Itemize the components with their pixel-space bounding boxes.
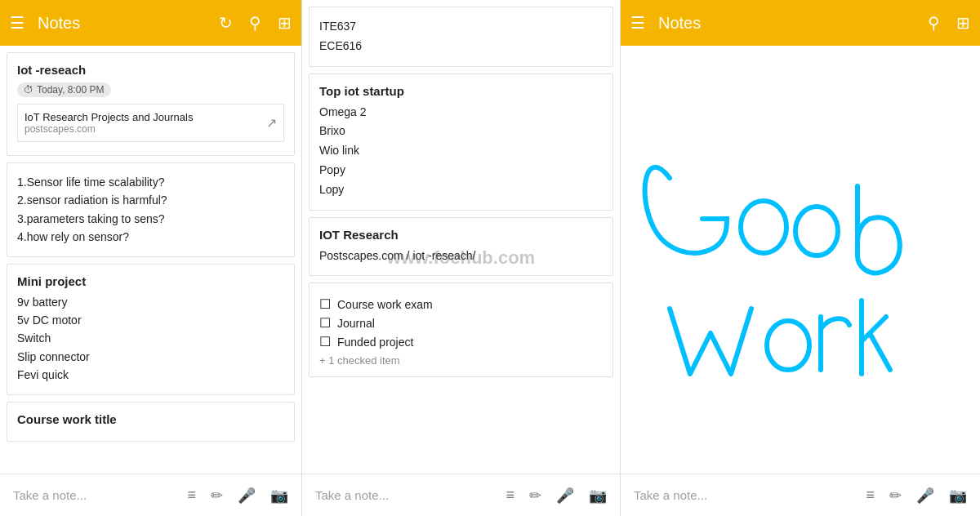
drawing-area (621, 46, 980, 474)
checkbox-icon-1: ☐ (319, 296, 331, 312)
right-camera-icon[interactable]: 📷 (949, 487, 967, 505)
top-iot-startup-card[interactable]: Top iot startup Omega 2 Brixo Wio link P… (309, 73, 613, 211)
left-take-note[interactable]: Take a note... (13, 488, 187, 502)
mini-project-body: 9v battery 5v DC motor Switch Slip conne… (17, 293, 284, 385)
iot-research-card[interactable]: IOT Research Postscapes.com / iot -resea… (309, 217, 613, 277)
camera-icon[interactable]: 📷 (270, 487, 288, 505)
checkbox-icon-2: ☐ (319, 315, 331, 331)
checklist-card[interactable]: ☐ Course work exam ☐ Journal ☐ Funded pr… (309, 282, 613, 377)
right-header: ☰ Notes ⚲ ⊞ (621, 0, 980, 46)
note-mini-project[interactable]: Mini project 9v battery 5v DC motor Swit… (7, 264, 295, 395)
left-title: Notes (38, 14, 219, 33)
note-sensor[interactable]: 1.Sensor life time scalability? 2.sensor… (7, 162, 295, 257)
mid-content: ITE637 ECE616 Top iot startup Omega 2 Br… (302, 0, 620, 474)
link-text: IoT Research Projects and Journals (24, 111, 193, 123)
good-work-drawing (621, 46, 980, 474)
note-iot-time: ⏱ Today, 8:00 PM (17, 82, 111, 97)
right-grid-icon[interactable]: ⊞ (956, 13, 970, 33)
checked-count: + 1 checked item (319, 354, 603, 367)
right-header-icons: ⚲ ⊞ (928, 13, 970, 33)
mid-bottom-icons: ≡ ✏ 🎤 📷 (506, 487, 607, 505)
svg-point-0 (741, 201, 786, 253)
left-header: ☰ Notes ↻ ⚲ ⊞ (0, 0, 301, 46)
note-iot-research[interactable]: Iot -reseach ⏱ Today, 8:00 PM IoT Resear… (7, 52, 295, 156)
startup-popy: Popy (319, 161, 603, 180)
startup-brixo: Brixo (319, 122, 603, 141)
clock-icon: ⏱ (24, 84, 33, 96)
mic-icon[interactable]: 🎤 (238, 487, 256, 505)
left-header-icons: ↻ ⚲ ⊞ (219, 13, 292, 33)
startup-lopy: Lopy (319, 180, 603, 200)
mid-item-ite: ITE637 (319, 17, 603, 37)
check-funded-label: Funded project (337, 336, 413, 349)
note-iot-link[interactable]: IoT Research Projects and Journals posts… (17, 104, 284, 142)
right-search-icon[interactable]: ⚲ (928, 13, 940, 33)
left-refresh-icon[interactable]: ↻ (219, 13, 233, 33)
sensor-body: 1.Sensor life time scalability? 2.sensor… (17, 173, 284, 247)
iot-research-card-title: IOT Research (319, 228, 603, 242)
list-icon[interactable]: ≡ (187, 487, 196, 504)
startup-wio: Wio link (319, 141, 603, 161)
right-panel: ☰ Notes ⚲ ⊞ Take a n (621, 0, 980, 516)
startup-omega: Omega 2 (319, 103, 603, 122)
check-course-work-label: Course work exam (337, 298, 433, 311)
pencil-icon[interactable]: ✏ (211, 487, 223, 505)
course-work-title: Course work title (17, 412, 284, 426)
note-iot-title: Iot -reseach (17, 63, 284, 77)
right-bottom-icons: ≡ ✏ 🎤 📷 (866, 487, 967, 505)
checkbox-icon-3: ☐ (319, 334, 331, 349)
check-journal-label: Journal (337, 317, 375, 330)
check-funded[interactable]: ☐ Funded project (319, 334, 603, 349)
mid-list-icon[interactable]: ≡ (506, 487, 514, 504)
iot-research-link: Postscapes.com / iot -reseach/ (319, 247, 603, 266)
mid-top-card[interactable]: ITE637 ECE616 (309, 7, 613, 67)
mid-panel: ITE637 ECE616 Top iot startup Omega 2 Br… (302, 0, 621, 516)
link-url: postscapes.com (24, 123, 193, 135)
right-bottom-bar: Take a note... ≡ ✏ 🎤 📷 (621, 474, 980, 516)
mid-camera-icon[interactable]: 📷 (589, 487, 607, 505)
right-title: Notes (658, 14, 928, 33)
check-journal[interactable]: ☐ Journal (319, 315, 603, 331)
mini-project-title: Mini project (17, 274, 284, 288)
right-menu-icon[interactable]: ☰ (630, 13, 645, 33)
right-take-note[interactable]: Take a note... (634, 488, 866, 502)
left-panel: ☰ Notes ↻ ⚲ ⊞ Iot -reseach ⏱ Today, 8:00… (0, 0, 302, 516)
right-list-icon[interactable]: ≡ (866, 487, 875, 504)
left-bottom-icons: ≡ ✏ 🎤 📷 (187, 487, 288, 505)
left-grid-icon[interactable]: ⊞ (278, 13, 292, 33)
left-menu-icon[interactable]: ☰ (10, 13, 24, 33)
right-mic-icon[interactable]: 🎤 (916, 487, 934, 505)
top-iot-startup-title: Top iot startup (319, 84, 603, 98)
external-link-icon: ↗ (266, 115, 277, 131)
right-pencil-icon[interactable]: ✏ (889, 487, 902, 505)
left-search-icon[interactable]: ⚲ (249, 13, 261, 33)
svg-point-1 (795, 207, 838, 256)
mid-take-note[interactable]: Take a note... (315, 488, 506, 502)
check-course-work[interactable]: ☐ Course work exam (319, 296, 603, 312)
mid-item-ece: ECE616 (319, 37, 603, 56)
mid-pencil-icon[interactable]: ✏ (529, 487, 541, 505)
note-course-work[interactable]: Course work title (7, 402, 295, 442)
mid-mic-icon[interactable]: 🎤 (556, 487, 574, 505)
svg-point-2 (767, 321, 809, 370)
left-content: Iot -reseach ⏱ Today, 8:00 PM IoT Resear… (0, 46, 301, 474)
left-bottom-bar: Take a note... ≡ ✏ 🎤 📷 (0, 474, 301, 516)
mid-bottom-bar: Take a note... ≡ ✏ 🎤 📷 (302, 474, 620, 516)
